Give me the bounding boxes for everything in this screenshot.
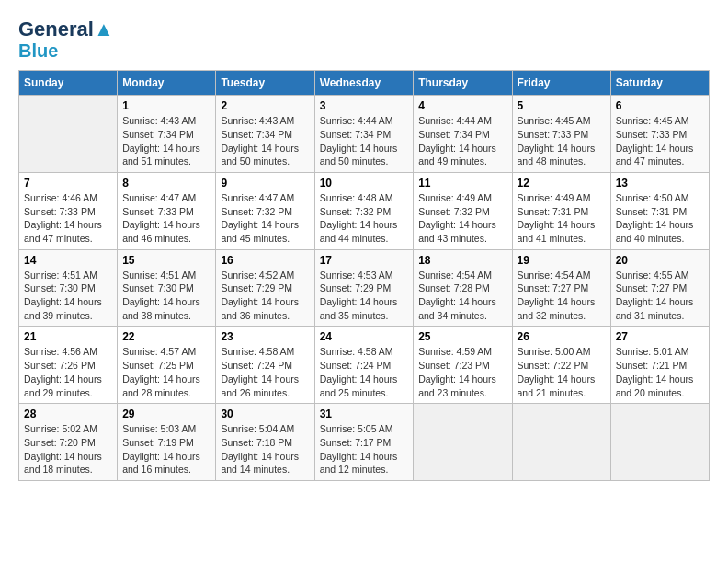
cell-details: Sunrise: 4:51 AMSunset: 7:30 PMDaylight:… [122,269,210,323]
calendar-cell: 9Sunrise: 4:47 AMSunset: 7:32 PMDaylight… [216,172,314,249]
calendar-cell: 18Sunrise: 4:54 AMSunset: 7:28 PMDayligh… [414,249,512,327]
calendar-cell: 26Sunrise: 5:00 AMSunset: 7:22 PMDayligh… [512,327,610,404]
calendar-cell: 16Sunrise: 4:52 AMSunset: 7:29 PMDayligh… [216,249,314,327]
calendar-cell: 31Sunrise: 5:05 AMSunset: 7:17 PMDayligh… [314,404,414,481]
day-number: 24 [320,330,409,343]
day-number: 8 [122,177,210,190]
cell-details: Sunrise: 4:50 AMSunset: 7:31 PMDaylight:… [616,191,704,246]
cell-details: Sunrise: 5:05 AMSunset: 7:17 PMDaylight:… [320,422,409,477]
day-number: 29 [122,408,210,420]
header-day-friday: Friday [512,71,610,96]
day-number: 18 [418,254,506,267]
day-number: 13 [616,177,704,190]
calendar-cell: 14Sunrise: 4:51 AMSunset: 7:30 PMDayligh… [19,249,118,327]
calendar-cell: 7Sunrise: 4:46 AMSunset: 7:33 PMDaylight… [19,172,118,249]
calendar-cell: 12Sunrise: 4:49 AMSunset: 7:31 PMDayligh… [512,172,610,249]
calendar-header-row: SundayMondayTuesdayWednesdayThursdayFrid… [19,71,710,96]
calendar-cell: 30Sunrise: 5:04 AMSunset: 7:18 PMDayligh… [216,404,314,481]
day-number: 11 [418,177,506,190]
cell-details: Sunrise: 4:52 AMSunset: 7:29 PMDaylight:… [221,269,309,323]
header-day-saturday: Saturday [610,71,709,96]
calendar-cell: 27Sunrise: 5:01 AMSunset: 7:21 PMDayligh… [610,327,709,404]
calendar-cell: 15Sunrise: 4:51 AMSunset: 7:30 PMDayligh… [118,249,216,327]
day-number: 15 [122,254,210,267]
calendar-cell: 25Sunrise: 4:59 AMSunset: 7:23 PMDayligh… [414,327,512,404]
header-day-thursday: Thursday [414,71,512,96]
cell-details: Sunrise: 4:44 AMSunset: 7:34 PMDaylight:… [418,114,506,168]
day-number: 7 [24,177,112,190]
cell-details: Sunrise: 4:45 AMSunset: 7:33 PMDaylight:… [518,114,606,168]
calendar-cell: 8Sunrise: 4:47 AMSunset: 7:33 PMDaylight… [118,172,216,249]
day-number: 27 [616,330,704,343]
calendar-cell: 29Sunrise: 5:03 AMSunset: 7:19 PMDayligh… [118,404,216,481]
calendar-cell: 4Sunrise: 4:44 AMSunset: 7:34 PMDaylight… [414,96,512,173]
day-number: 14 [24,254,112,267]
cell-details: Sunrise: 4:56 AMSunset: 7:26 PMDaylight:… [24,345,112,399]
cell-details: Sunrise: 4:46 AMSunset: 7:33 PMDaylight:… [24,191,112,246]
cell-details: Sunrise: 4:51 AMSunset: 7:30 PMDaylight:… [24,269,112,323]
cell-details: Sunrise: 4:49 AMSunset: 7:31 PMDaylight:… [518,191,606,246]
cell-details: Sunrise: 4:58 AMSunset: 7:24 PMDaylight:… [320,345,409,399]
calendar-table: SundayMondayTuesdayWednesdayThursdayFrid… [18,70,710,481]
day-number: 21 [24,330,112,343]
calendar-cell [610,404,709,481]
cell-details: Sunrise: 5:03 AMSunset: 7:19 PMDaylight:… [122,422,210,477]
calendar-cell: 19Sunrise: 4:54 AMSunset: 7:27 PMDayligh… [512,249,610,327]
header-day-wednesday: Wednesday [314,71,414,96]
logo: General▲ Blue [18,18,114,61]
calendar-cell [414,404,512,481]
day-number: 9 [221,177,309,190]
calendar-cell: 28Sunrise: 5:02 AMSunset: 7:20 PMDayligh… [19,404,118,481]
day-number: 19 [518,254,606,267]
calendar-cell [512,404,610,481]
day-number: 31 [320,408,409,420]
calendar-week-row: 14Sunrise: 4:51 AMSunset: 7:30 PMDayligh… [19,249,710,327]
calendar-cell: 17Sunrise: 4:53 AMSunset: 7:29 PMDayligh… [314,249,414,327]
calendar-week-row: 7Sunrise: 4:46 AMSunset: 7:33 PMDaylight… [19,172,710,249]
calendar-cell: 21Sunrise: 4:56 AMSunset: 7:26 PMDayligh… [19,327,118,404]
day-number: 4 [418,99,506,112]
day-number: 23 [221,330,309,343]
cell-details: Sunrise: 4:43 AMSunset: 7:34 PMDaylight:… [221,114,309,168]
cell-details: Sunrise: 4:49 AMSunset: 7:32 PMDaylight:… [418,191,506,246]
day-number: 17 [320,254,409,267]
cell-details: Sunrise: 5:02 AMSunset: 7:20 PMDaylight:… [24,422,112,477]
cell-details: Sunrise: 4:47 AMSunset: 7:32 PMDaylight:… [221,191,309,246]
cell-details: Sunrise: 4:55 AMSunset: 7:27 PMDaylight:… [616,269,704,323]
calendar-cell: 5Sunrise: 4:45 AMSunset: 7:33 PMDaylight… [512,96,610,173]
day-number: 1 [122,99,210,112]
day-number: 5 [518,99,606,112]
calendar-cell: 6Sunrise: 4:45 AMSunset: 7:33 PMDaylight… [610,96,709,173]
calendar-week-row: 21Sunrise: 4:56 AMSunset: 7:26 PMDayligh… [19,327,710,404]
cell-details: Sunrise: 4:54 AMSunset: 7:27 PMDaylight:… [518,269,606,323]
day-number: 10 [320,177,409,190]
day-number: 20 [616,254,704,267]
day-number: 16 [221,254,309,267]
cell-details: Sunrise: 4:44 AMSunset: 7:34 PMDaylight:… [320,114,409,168]
cell-details: Sunrise: 4:57 AMSunset: 7:25 PMDaylight:… [122,345,210,399]
day-number: 2 [221,99,309,112]
logo-blue: Blue [18,40,58,61]
calendar-cell: 11Sunrise: 4:49 AMSunset: 7:32 PMDayligh… [414,172,512,249]
calendar-cell: 3Sunrise: 4:44 AMSunset: 7:34 PMDaylight… [314,96,414,173]
header-day-monday: Monday [118,71,216,96]
cell-details: Sunrise: 5:00 AMSunset: 7:22 PMDaylight:… [518,345,606,399]
calendar-cell: 13Sunrise: 4:50 AMSunset: 7:31 PMDayligh… [610,172,709,249]
calendar-cell: 2Sunrise: 4:43 AMSunset: 7:34 PMDaylight… [216,96,314,173]
header-day-sunday: Sunday [19,71,118,96]
day-number: 26 [518,330,606,343]
calendar-cell: 24Sunrise: 4:58 AMSunset: 7:24 PMDayligh… [314,327,414,404]
cell-details: Sunrise: 4:59 AMSunset: 7:23 PMDaylight:… [418,345,506,399]
calendar-cell: 1Sunrise: 4:43 AMSunset: 7:34 PMDaylight… [118,96,216,173]
calendar-cell: 10Sunrise: 4:48 AMSunset: 7:32 PMDayligh… [314,172,414,249]
day-number: 12 [518,177,606,190]
calendar-cell: 22Sunrise: 4:57 AMSunset: 7:25 PMDayligh… [118,327,216,404]
calendar-week-row: 28Sunrise: 5:02 AMSunset: 7:20 PMDayligh… [19,404,710,481]
cell-details: Sunrise: 5:01 AMSunset: 7:21 PMDaylight:… [616,345,704,399]
day-number: 25 [418,330,506,343]
calendar-week-row: 1Sunrise: 4:43 AMSunset: 7:34 PMDaylight… [19,96,710,173]
calendar-cell [19,96,118,173]
cell-details: Sunrise: 4:43 AMSunset: 7:34 PMDaylight:… [122,114,210,168]
page-header: General▲ Blue [18,18,710,61]
calendar-cell: 23Sunrise: 4:58 AMSunset: 7:24 PMDayligh… [216,327,314,404]
